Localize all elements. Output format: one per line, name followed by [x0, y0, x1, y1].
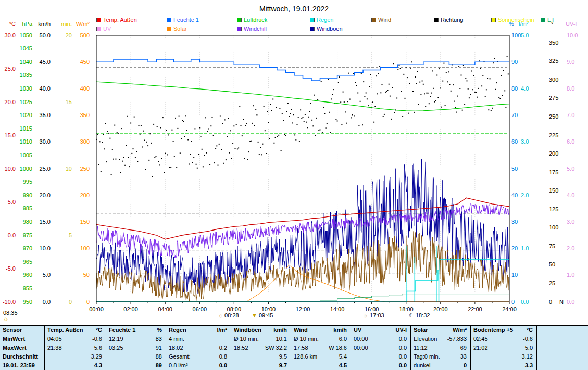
table-header-row: Windkm/h: [291, 326, 351, 335]
axis-tick-label: 10.0: [567, 32, 578, 39]
axis-tick-label: 995: [23, 178, 32, 185]
table-cell-value: -0.6: [92, 335, 102, 343]
table-cell-value: 88: [156, 352, 162, 361]
table-sensor-column: Temp. Außen°C04:05-0.621:385.63.294.3: [44, 326, 106, 370]
axis-tick-label: 300: [549, 76, 558, 83]
table-row: MaxWert: [0, 343, 44, 352]
axis-tick-label: 50.0: [40, 32, 51, 39]
axis-tick-label: 0: [549, 299, 552, 305]
table-cell-value: 0.0: [399, 335, 407, 343]
annotation-time: 18:32: [416, 312, 430, 318]
annotation-time: 09:45: [259, 312, 273, 318]
table-cell-value: 6.0: [339, 335, 347, 343]
table-row: 4 min.: [166, 335, 231, 343]
table-row: 128.6 km5.4: [291, 352, 351, 361]
table-cell-value: 9.5: [279, 352, 287, 361]
x-tick-label: 14:00: [330, 306, 345, 312]
axis-tick-label: 350: [80, 112, 90, 118]
table-cell-label: 17:58: [294, 343, 308, 352]
table-cell-value: 0.2: [219, 343, 227, 352]
axis-tick-label: 25: [549, 280, 555, 286]
axis-tick-label: 950: [23, 299, 32, 305]
table-cell-value: 4.3: [94, 361, 102, 370]
axis-tick-label: 300: [80, 138, 90, 145]
table-sensor-unit: l/m²: [217, 326, 227, 335]
axis-unit-label: °C: [9, 21, 16, 27]
axis-tick-label: 3.0: [521, 138, 529, 145]
table-cell-label: Ø 10 min.: [294, 335, 319, 343]
axis-tick-label: 0: [69, 299, 72, 305]
table-row: 18:52SW 32.2: [231, 343, 291, 352]
table-header-row: UVUV-I: [351, 326, 410, 335]
axis-tick-label: 1.0: [567, 272, 574, 278]
axis-tick-label: 20.0: [5, 99, 16, 105]
table-row: 89: [106, 361, 166, 370]
table-header-row: Bodentemp +5°C: [471, 326, 536, 335]
table-cell-value: 83: [156, 335, 162, 343]
table-row-label: Durchschnitt: [3, 352, 38, 361]
table-cell-value: 0.8: [219, 352, 227, 361]
axis-compass-label: N: [559, 299, 564, 305]
table-cell-value: 91: [156, 343, 162, 352]
axis-tick-label: 975: [23, 232, 32, 238]
axis-tick-label: 200: [80, 192, 90, 198]
axis-tick-label: 970: [23, 245, 32, 251]
axis-tick-label: 150: [80, 219, 90, 225]
table-cell-value: -0.6: [523, 335, 533, 343]
table-cell-value: 5.0: [525, 343, 533, 352]
table-header-row: SolarW/m²: [411, 326, 470, 335]
axis-tick-label: 50: [83, 272, 90, 278]
time-annotation: 08:35☼: [3, 310, 18, 321]
table-cell-value: 0.0: [399, 352, 407, 361]
time-annotation: ▼09:45: [252, 312, 273, 318]
table-row: 3.12: [471, 352, 536, 361]
sun-icon: ☼: [3, 316, 8, 321]
moonrise-icon: ☾: [409, 313, 414, 318]
table-sensor-column: Feuchte 1%12:198303:25918889: [106, 326, 166, 370]
axis-tick-label: 20: [511, 245, 518, 251]
table-row: 4.3: [45, 361, 106, 370]
axis-tick-label: 1030: [20, 85, 32, 92]
table-row-label: 19.01. 23:59: [3, 361, 35, 370]
table-header-cell: Sensor: [3, 326, 22, 335]
axis-tick-label: 35.0: [40, 112, 51, 118]
axis-tick-label: 4.0: [521, 85, 529, 92]
table-filler-column: [536, 326, 588, 370]
table-sensor-column: Bodentemp +5°C02:45-0.621:025.03.123.3: [470, 326, 536, 370]
table-sensor-name: UV: [354, 326, 361, 335]
axis-tick-label: 15: [66, 99, 72, 105]
axis-tick-label: 40.0: [40, 85, 51, 92]
axis-tick-label: 990: [23, 192, 32, 198]
table-row: 19.01. 23:59: [0, 361, 44, 370]
axis-tick-label: 10: [511, 272, 518, 278]
table-row: 88: [106, 352, 166, 361]
weather-app-screen: Mittwoch, 19.01.2022 Temp. AußenFeuchte …: [0, 0, 588, 370]
table-cell-value: -57.833: [447, 335, 467, 343]
table-cell-value: 3.3: [525, 361, 533, 370]
axis-unit-label: %: [509, 21, 514, 27]
axis-tick-label: 5: [69, 232, 72, 238]
table-sensor-unit: °C: [527, 326, 533, 335]
table-cell-value: SW 32.2: [265, 343, 287, 352]
axis-tick-label: 2.0: [521, 192, 529, 198]
table-row: 4.5: [291, 361, 351, 370]
table-row-label: MaxWert: [3, 343, 27, 352]
table-row: Sensor: [0, 326, 44, 335]
axis-tick-label: 100: [549, 224, 558, 231]
table-sensor-name: Temp. Außen: [47, 326, 83, 335]
table-sensor-name: Feuchte 1: [109, 326, 135, 335]
axis-tick-label: 275: [549, 95, 558, 101]
axis-tick-label: 30.0: [5, 32, 16, 39]
table-sensor-name: Windböen: [234, 326, 261, 335]
time-annotation: ☼08:28: [218, 312, 239, 318]
axis-tick-label: 1040: [20, 59, 32, 65]
table-row: 03:2591: [106, 343, 166, 352]
table-sensor-unit: %: [157, 326, 162, 335]
x-tick-label: 16:00: [365, 306, 379, 312]
table-row: 0.8 l/m²0.0: [166, 361, 231, 370]
table-row: Tag:0 min.33: [411, 352, 470, 361]
table-cell-label: 21:38: [47, 343, 62, 352]
axis-tick-label: 45.0: [40, 59, 51, 65]
axis-tick-label: 175: [549, 169, 558, 175]
axis-tick-label: 1010: [20, 138, 32, 145]
